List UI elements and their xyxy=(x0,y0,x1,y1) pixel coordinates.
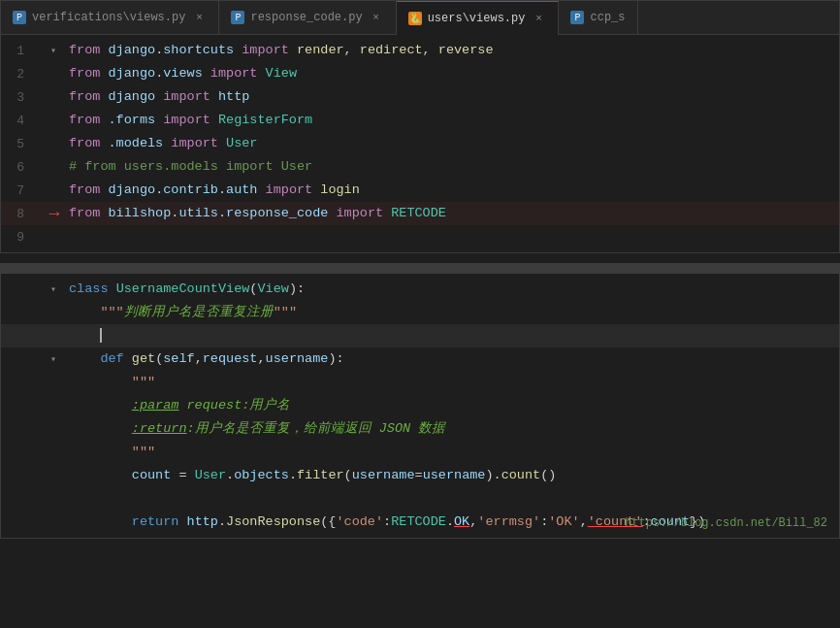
bottom-arrow-4: ▾ xyxy=(40,353,69,365)
code-line-5: 5 from .models import User xyxy=(1,132,839,155)
code-line-2: 2 from django.views import View xyxy=(1,62,839,85)
bottom-line-9: count = User.objects.filter(username=use… xyxy=(1,464,839,487)
bottom-code-area: ▾ class UsernameCountView(View): """判断用户… xyxy=(1,274,839,538)
line-content-7: from django.contrib.auth import login xyxy=(69,179,360,202)
bottom-fold-4[interactable]: ▾ xyxy=(50,353,56,365)
arrow-8: → xyxy=(40,204,69,223)
fold-icon-1[interactable]: ▾ xyxy=(50,45,56,56)
line-content-3: from django import http xyxy=(69,85,249,109)
code-line-3: 3 from django import http xyxy=(1,85,839,109)
line-num-9: 9 xyxy=(5,230,40,245)
bottom-content-10 xyxy=(69,487,77,511)
tab-label-ccp: ccp_s xyxy=(590,11,625,24)
line-num-5: 5 xyxy=(5,137,40,151)
tab-close-response[interactable]: × xyxy=(369,10,384,25)
tab-verifications-views[interactable]: P verifications\views.py × xyxy=(1,1,219,35)
code-line-6: 6 # from users.models import User xyxy=(1,155,839,179)
tab-users-views[interactable]: 🐍 users\views.py × xyxy=(397,1,560,35)
bottom-line-7: :return:用户名是否重复，给前端返回 JSON 数据 xyxy=(1,417,839,441)
bottom-content-3 xyxy=(69,324,111,347)
bottom-content-7: :return:用户名是否重复，给前端返回 JSON 数据 xyxy=(69,417,445,441)
line-num-8: 8 xyxy=(5,207,40,221)
code-line-9: 9 xyxy=(1,225,839,248)
panel-gap xyxy=(0,263,840,273)
bottom-line-1: ▾ class UsernameCountView(View): xyxy=(1,278,839,301)
line-num-4: 4 xyxy=(5,114,40,128)
red-arrow-icon: → xyxy=(49,204,60,223)
bottom-arrow-1: ▾ xyxy=(40,283,69,295)
bottom-line-6: :param request:用户名 xyxy=(1,394,839,417)
bottom-fold-1[interactable]: ▾ xyxy=(50,283,56,295)
line-num-1: 1 xyxy=(5,44,40,58)
line-content-4: from .forms import RegisterForm xyxy=(69,109,312,132)
tab-close-users[interactable]: × xyxy=(531,11,546,26)
tab-close-verifications[interactable]: × xyxy=(191,10,207,25)
bottom-line-2: """判断用户名是否重复注册""" xyxy=(1,301,839,324)
bottom-line-8: """ xyxy=(1,441,839,464)
tab-ccp[interactable]: P ccp_s xyxy=(559,1,637,35)
tab-response-code[interactable]: P response_code.py × xyxy=(219,1,396,35)
code-line-4: 4 from .forms import RegisterForm xyxy=(1,109,839,132)
bottom-panel: ▾ class UsernameCountView(View): """判断用户… xyxy=(0,273,840,539)
line-num-6: 6 xyxy=(5,160,40,175)
line-num-2: 2 xyxy=(5,67,40,82)
bottom-content-9: count = User.objects.filter(username=use… xyxy=(69,464,556,487)
line-num-7: 7 xyxy=(5,183,40,198)
bottom-content-11: return http.JsonResponse({'code':RETCODE… xyxy=(69,511,705,534)
bottom-line-10 xyxy=(1,487,839,511)
tab-label-response: response_code.py xyxy=(250,11,362,24)
bottom-content-8: """ xyxy=(69,441,155,464)
code-line-7: 7 from django.contrib.auth import login xyxy=(1,179,839,202)
tab-bar: P verifications\views.py × P response_co… xyxy=(1,1,839,35)
code-line-1: 1 ▾ from django.shortcuts import render,… xyxy=(1,39,839,62)
tab-icon-ccp: P xyxy=(570,11,584,24)
arrow-1: ▾ xyxy=(40,45,69,56)
bottom-content-6: :param request:用户名 xyxy=(69,394,290,417)
tab-icon-response: P xyxy=(231,11,244,24)
watermark: https://blog.csdn.net/Bill_82 xyxy=(625,516,827,530)
bottom-line-4: ▾ def get(self,request,username): xyxy=(1,347,839,371)
bottom-line-3 xyxy=(1,324,839,347)
line-num-3: 3 xyxy=(5,90,40,105)
line-content-2: from django.views import View xyxy=(69,62,297,85)
tab-icon-users: 🐍 xyxy=(408,12,422,25)
code-line-8: 8 → from billshop.utils.response_code im… xyxy=(1,202,839,225)
bottom-content-4: def get(self,request,username): xyxy=(69,347,344,371)
top-code-area: 1 ▾ from django.shortcuts import render,… xyxy=(1,35,839,252)
tab-icon-verifications: P xyxy=(13,11,26,24)
bottom-content-2: """判断用户名是否重复注册""" xyxy=(69,301,297,324)
top-panel: P verifications\views.py × P response_co… xyxy=(0,0,840,253)
line-content-1: from django.shortcuts import render, red… xyxy=(69,39,494,62)
line-content-9 xyxy=(69,225,77,248)
line-content-6: # from users.models import User xyxy=(69,155,312,179)
tab-label-verifications: verifications\views.py xyxy=(32,11,185,24)
bottom-line-5: """ xyxy=(1,371,839,394)
line-content-8: from billshop.utils.response_code import… xyxy=(69,202,446,225)
tab-label-users: users\views.py xyxy=(428,12,526,25)
bottom-content-1: class UsernameCountView(View): xyxy=(69,278,305,301)
line-content-5: from .models import User xyxy=(69,132,257,155)
bottom-content-5: """ xyxy=(69,371,155,394)
